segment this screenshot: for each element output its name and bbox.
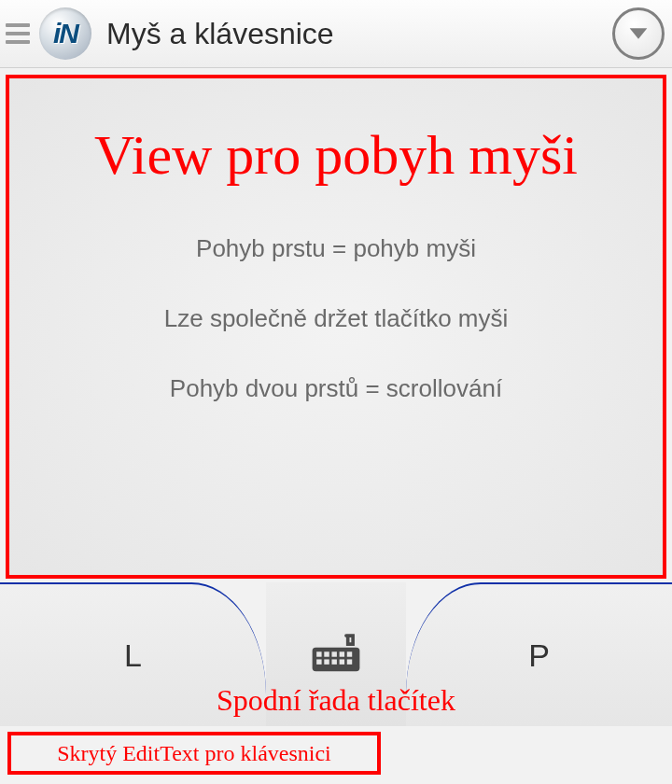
svg-marker-0: [630, 28, 648, 39]
svg-rect-8: [324, 659, 329, 664]
mouse-right-label: P: [528, 637, 550, 674]
svg-rect-3: [324, 651, 329, 656]
annotation-touch-area-title: View pro pobyh myši: [9, 123, 663, 188]
touch-hint: Pohyb prstu = pohyb myši: [9, 234, 663, 263]
svg-rect-10: [340, 659, 344, 664]
annotation-hidden-edittext: Skrytý EditText pro klávesnici: [57, 741, 331, 766]
app-logo[interactable]: iN: [39, 7, 91, 60]
mouse-left-button[interactable]: L: [0, 582, 266, 726]
svg-rect-2: [316, 651, 321, 656]
svg-rect-7: [316, 659, 321, 664]
svg-rect-4: [331, 651, 336, 656]
touch-hint: Pohyb dvou prstů = scrollování: [9, 374, 663, 403]
menu-icon[interactable]: [4, 20, 32, 48]
dropdown-button[interactable]: [612, 7, 665, 60]
keyboard-toggle-button[interactable]: [266, 582, 406, 726]
mouse-right-button[interactable]: P: [406, 582, 672, 726]
svg-rect-6: [347, 651, 352, 656]
keyboard-icon: [309, 632, 363, 677]
app-root: iN Myš a klávesnice View pro pobyh myši …: [0, 0, 672, 784]
svg-rect-9: [331, 659, 336, 664]
chevron-down-icon: [625, 21, 651, 47]
bottom-button-row: L P: [0, 582, 672, 726]
svg-rect-11: [347, 659, 352, 664]
mouse-left-label: L: [124, 637, 142, 674]
touch-hint: Lze společně držet tlačítko myši: [9, 304, 663, 333]
page-title: Myš a klávesnice: [106, 17, 605, 51]
hidden-edittext[interactable]: Skrytý EditText pro klávesnici: [7, 732, 381, 775]
mouse-touchpad-area[interactable]: View pro pobyh myši Pohyb prstu = pohyb …: [6, 75, 666, 579]
app-logo-text: iN: [53, 18, 77, 49]
app-header: iN Myš a klávesnice: [0, 0, 672, 68]
svg-rect-5: [340, 651, 344, 656]
